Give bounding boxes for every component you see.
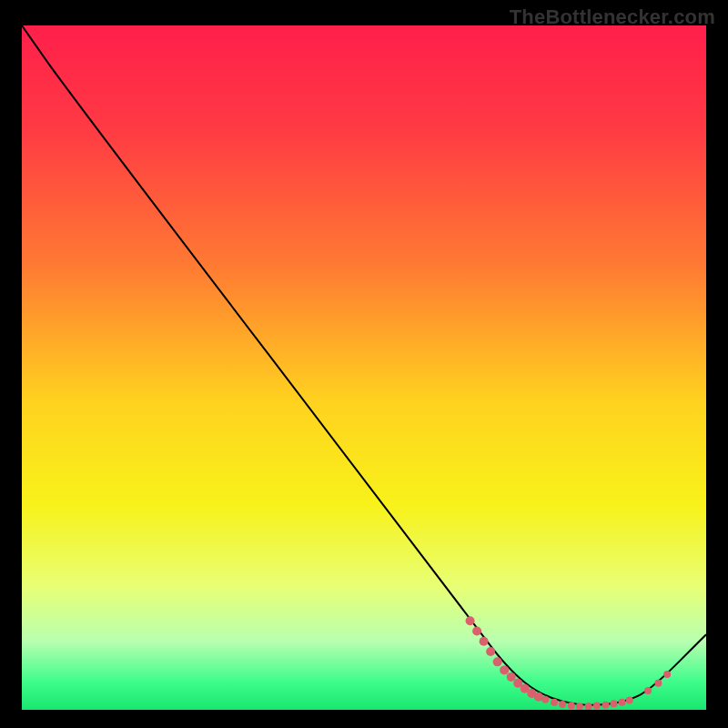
gradient-background [22,25,706,710]
data-marker [493,657,502,666]
data-marker [663,671,671,678]
data-marker [507,672,516,682]
data-marker [654,680,662,687]
data-marker [466,616,475,625]
data-marker [534,693,543,702]
chart-svg [22,25,706,710]
data-marker [626,696,633,703]
data-marker [559,701,566,708]
data-marker [551,699,558,706]
data-marker [480,637,489,646]
data-marker [619,699,626,706]
data-marker [486,647,495,656]
chart-frame: TheBottlenecker.com [0,0,728,728]
data-marker [500,665,509,674]
data-marker [541,696,549,703]
data-marker [610,700,617,707]
data-marker [576,703,583,710]
data-marker [602,702,609,709]
data-marker [472,627,481,636]
plot-area [22,25,706,710]
data-marker [585,703,592,710]
data-marker [644,687,652,694]
data-marker [593,702,601,709]
data-marker [568,702,575,709]
